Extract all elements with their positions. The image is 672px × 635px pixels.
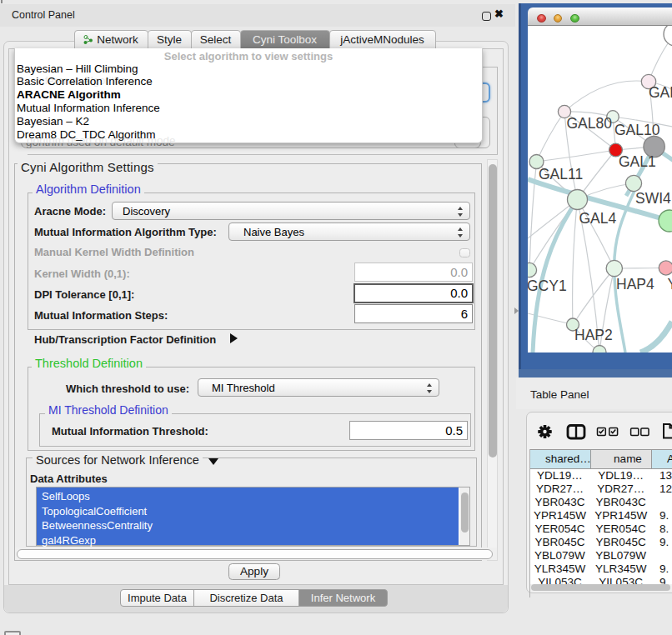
svg-text:GAL10: GAL10 xyxy=(614,122,660,138)
svg-text:GAL11: GAL11 xyxy=(539,166,583,182)
svg-text:GAL8: GAL8 xyxy=(649,84,672,101)
svg-text:GAL4: GAL4 xyxy=(579,210,617,227)
svg-text:GAL1: GAL1 xyxy=(619,153,656,170)
svg-text:HAP4: HAP4 xyxy=(616,276,654,292)
svg-text:Y: Y xyxy=(668,276,672,292)
svg-text:HAP2: HAP2 xyxy=(574,327,613,343)
svg-text:GCY1: GCY1 xyxy=(528,278,567,294)
svg-text:GAL80: GAL80 xyxy=(567,115,613,132)
svg-text:SWI4: SWI4 xyxy=(635,190,671,207)
